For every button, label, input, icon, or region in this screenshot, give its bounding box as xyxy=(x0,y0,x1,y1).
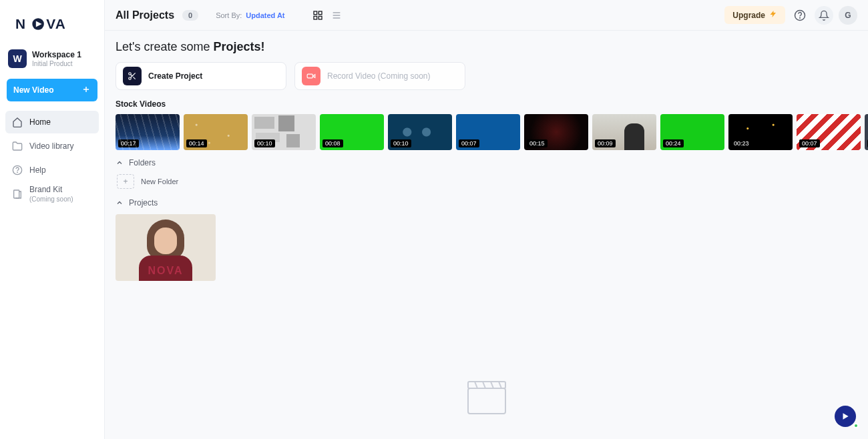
floating-play-button[interactable] xyxy=(835,406,856,427)
view-grid-button[interactable] xyxy=(312,9,324,21)
duration-badge: 00:07 xyxy=(459,139,479,147)
folder-icon xyxy=(12,141,23,151)
projects-toggle[interactable]: Projects xyxy=(116,198,868,207)
svg-rect-22 xyxy=(468,388,505,414)
bolt-icon xyxy=(769,10,777,20)
svg-line-19 xyxy=(133,77,135,79)
help-top-button[interactable] xyxy=(791,6,809,25)
svg-line-20 xyxy=(131,75,132,76)
new-folder-icon: + xyxy=(117,174,134,189)
watermark-text: NOVA xyxy=(148,265,183,277)
stock-video-thumb[interactable]: 00:10 xyxy=(252,114,316,150)
nav-brand-kit[interactable]: Brand Kit (Coming soon) xyxy=(5,183,99,205)
stock-video-thumb[interactable]: 00:24 xyxy=(660,114,724,150)
nav-brand-kit-label: Brand Kit xyxy=(29,185,62,194)
stock-video-thumb[interactable]: 00:07 xyxy=(797,114,861,150)
record-video-card: Record Video (Coming soon) xyxy=(294,62,465,90)
sort-by-label: Sort By: xyxy=(216,11,242,19)
create-project-card[interactable]: Create Project xyxy=(116,62,286,90)
duration-badge: 00:07 xyxy=(799,139,820,147)
duration-badge: 00:23 xyxy=(731,139,752,147)
stock-video-thumb[interactable]: 00:10 xyxy=(388,114,452,150)
nav-video-library-label: Video library xyxy=(29,141,73,151)
nav-home-label: Home xyxy=(29,117,51,127)
duration-badge: 00:08 xyxy=(322,139,343,147)
duration-badge: 00:24 xyxy=(663,139,684,147)
svg-marker-28 xyxy=(843,413,849,419)
sort-by-value[interactable]: Updated At xyxy=(246,11,284,19)
svg-line-24 xyxy=(475,382,477,388)
scissors-icon xyxy=(123,67,142,85)
help-icon xyxy=(12,165,23,175)
record-video-label: Record Video (Coming soon) xyxy=(327,71,431,81)
svg-text:VA: VA xyxy=(46,16,66,31)
upgrade-label: Upgrade xyxy=(732,11,765,20)
project-card[interactable]: NOVA xyxy=(116,214,216,281)
svg-line-25 xyxy=(483,382,485,388)
brand-logo: N VA xyxy=(5,8,99,45)
hero-text: Let's create some Projects! xyxy=(116,40,868,54)
topbar: All Projects 0 Sort By: Updated At xyxy=(105,0,868,31)
new-video-label: New Video xyxy=(13,85,53,95)
svg-point-15 xyxy=(800,17,801,18)
svg-line-27 xyxy=(499,382,501,388)
stock-video-thumb[interactable]: 00:23 xyxy=(728,114,793,150)
duration-badge: 00:10 xyxy=(391,139,411,147)
new-folder-label: New Folder xyxy=(141,177,178,185)
upgrade-button[interactable]: Upgrade xyxy=(724,6,785,24)
workspace-subtitle: Initial Product xyxy=(32,60,81,67)
svg-point-5 xyxy=(17,172,18,173)
chevron-up-icon xyxy=(116,159,124,167)
project-thumbnail: NOVA xyxy=(116,214,216,281)
duration-badge: 00:10 xyxy=(254,139,275,147)
project-count-badge: 0 xyxy=(182,10,198,21)
workspace-badge: W xyxy=(8,49,27,68)
notifications-button[interactable] xyxy=(815,6,833,25)
stock-videos-row: 00:1700:1400:1000:0800:1000:0700:1500:09… xyxy=(116,114,868,150)
stock-video-thumb[interactable]: 00:1 xyxy=(865,114,868,150)
sidebar: N VA W Workspace 1 Initial Product New V… xyxy=(0,0,105,439)
home-icon xyxy=(12,117,23,127)
create-project-label: Create Project xyxy=(148,71,202,81)
svg-line-26 xyxy=(491,382,493,388)
nav-help-label: Help xyxy=(29,165,46,175)
nav-brand-kit-sub: (Coming soon) xyxy=(29,195,73,203)
workspace-name: Workspace 1 xyxy=(32,50,81,59)
duration-badge: 00:09 xyxy=(595,139,616,147)
chevron-up-icon xyxy=(116,199,124,207)
stock-video-thumb[interactable]: 00:17 xyxy=(116,114,180,150)
svg-text:N: N xyxy=(15,16,26,31)
new-folder-button[interactable]: + New Folder xyxy=(117,174,868,189)
folders-toggle[interactable]: Folders xyxy=(116,158,868,167)
folders-heading: Folders xyxy=(129,158,156,167)
svg-rect-6 xyxy=(14,190,19,198)
stock-video-thumb[interactable]: 00:15 xyxy=(524,114,588,150)
svg-rect-8 xyxy=(318,11,322,15)
projects-heading: Projects xyxy=(129,198,158,207)
workspace-selector[interactable]: W Workspace 1 Initial Product xyxy=(5,45,99,75)
svg-rect-7 xyxy=(314,11,317,15)
nav-help[interactable]: Help xyxy=(5,159,99,181)
stock-video-thumb[interactable]: 00:08 xyxy=(320,114,384,150)
svg-rect-10 xyxy=(318,16,322,19)
duration-badge: 00:15 xyxy=(527,139,548,147)
stock-videos-heading: Stock Videos xyxy=(116,99,868,109)
status-online-dot xyxy=(853,423,859,428)
page-title: All Projects xyxy=(116,9,174,21)
view-list-button[interactable] xyxy=(331,9,343,21)
brand-kit-icon xyxy=(12,189,23,199)
stock-video-thumb[interactable]: 00:07 xyxy=(456,114,520,150)
duration-badge: 00:14 xyxy=(186,139,207,147)
stock-video-thumb[interactable]: 00:14 xyxy=(184,114,248,150)
svg-rect-9 xyxy=(314,16,317,19)
svg-rect-21 xyxy=(307,74,312,78)
new-video-button[interactable]: New Video xyxy=(7,79,97,101)
empty-state-icon xyxy=(465,379,508,419)
user-avatar[interactable]: G xyxy=(839,6,857,25)
plus-icon xyxy=(81,85,91,96)
stock-video-thumb[interactable]: 00:09 xyxy=(592,114,656,150)
duration-badge: 00:17 xyxy=(118,139,139,147)
camera-icon xyxy=(302,67,320,85)
nav-video-library[interactable]: Video library xyxy=(5,135,99,157)
nav-home[interactable]: Home xyxy=(5,111,99,133)
